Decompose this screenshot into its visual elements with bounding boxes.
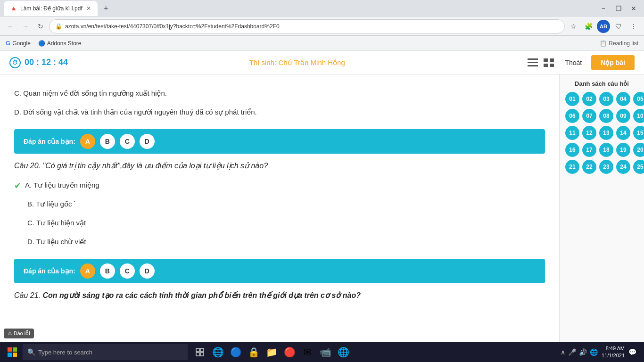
app1-icon[interactable]: 🔴 xyxy=(281,344,298,361)
question-number-24[interactable]: 24 xyxy=(616,160,630,174)
question-number-15[interactable]: 15 xyxy=(633,126,644,140)
question-number-11[interactable]: 11 xyxy=(565,126,579,140)
app2-icon[interactable]: 🌐 xyxy=(335,344,352,361)
extensions-button[interactable]: 🧩 xyxy=(582,20,595,33)
question-number-04[interactable]: 04 xyxy=(616,92,630,106)
question-number-16[interactable]: 16 xyxy=(565,143,579,157)
answer-option-b-q19[interactable]: B xyxy=(100,134,115,149)
new-tab-button[interactable]: + xyxy=(99,2,113,15)
checkmark-icon: ✔ xyxy=(14,181,21,191)
content-area: C. Quan niệm về đời sống tín ngưỡng xuất… xyxy=(0,74,644,343)
question-21-text: Con người sáng tạo ra các cách tính thời… xyxy=(42,291,361,299)
network-icon[interactable]: 🌐 xyxy=(590,348,598,356)
option-b-q20[interactable]: B. Tư liệu gốc ` xyxy=(14,195,545,214)
reading-list-button[interactable]: 📋 Reading list xyxy=(600,40,638,47)
question-number-07[interactable]: 07 xyxy=(582,109,596,123)
question-number-06[interactable]: 06 xyxy=(565,109,579,123)
reload-button[interactable]: ↻ xyxy=(34,20,47,33)
security-icon[interactable]: 🔒 xyxy=(245,344,262,361)
addons-label: Addons Store xyxy=(47,40,82,47)
notification-icon[interactable]: 💬 xyxy=(628,348,636,356)
answer-bar-q19: Đáp án của bạn: A B C D xyxy=(14,129,545,154)
svg-rect-14 xyxy=(200,353,204,356)
option-d-q20[interactable]: D. Tư liệu chữ viết xyxy=(14,232,545,251)
list-view-button[interactable] xyxy=(526,58,539,68)
volume-icon[interactable]: 🔊 xyxy=(579,348,587,356)
question-number-12[interactable]: 12 xyxy=(582,126,596,140)
question-number-02[interactable]: 02 xyxy=(582,92,596,106)
back-button[interactable]: ← xyxy=(4,20,17,33)
question-number-20[interactable]: 20 xyxy=(633,143,644,157)
bookmark-star-button[interactable]: ☆ xyxy=(567,20,580,33)
answer-option-d-q19[interactable]: D xyxy=(140,134,155,149)
question-number-05[interactable]: 05 xyxy=(633,92,644,106)
answer-bar-q20: Đáp án của bạn: A B C D xyxy=(14,259,545,283)
menu-button[interactable]: ⋮ xyxy=(627,20,640,33)
address-bar[interactable]: 🔒 azota.vn/en/test/take-test/4407307/0/f… xyxy=(49,19,565,33)
shield-button[interactable]: 🛡 xyxy=(612,20,625,33)
minimize-button[interactable]: − xyxy=(597,2,610,15)
question-number-01[interactable]: 01 xyxy=(565,92,579,106)
restore-button[interactable]: ❐ xyxy=(612,2,625,15)
question-number-22[interactable]: 22 xyxy=(582,160,596,174)
bookmark-addons[interactable]: 🔵 Addons Store xyxy=(38,40,82,47)
profile-button[interactable]: AB xyxy=(597,20,610,33)
reading-list-label: Reading list xyxy=(609,40,638,47)
bookmark-google[interactable]: G Google xyxy=(6,40,31,47)
question-number-21[interactable]: 21 xyxy=(565,160,579,174)
question-number-17[interactable]: 17 xyxy=(582,143,596,157)
question-number-13[interactable]: 13 xyxy=(599,126,613,140)
svg-rect-9 xyxy=(8,353,12,357)
system-clock[interactable]: 8:49 AM 11/1/2021 xyxy=(602,345,625,360)
edge-browser-icon[interactable]: 🌐 xyxy=(209,344,226,361)
search-placeholder-text: Type here to search xyxy=(38,349,92,356)
grid-view-button[interactable] xyxy=(542,58,555,68)
forward-button[interactable]: → xyxy=(19,20,32,33)
taskbar-right: ∧ 🎤 🔊 🌐 8:49 AM 11/1/2021 💬 xyxy=(561,345,640,360)
submit-button[interactable]: Nộp bài xyxy=(591,55,635,70)
task-view-button[interactable] xyxy=(191,344,208,361)
answer-option-a-q19[interactable]: A xyxy=(80,134,95,149)
option-b-text-q20: B. Tư liệu gốc ` xyxy=(27,198,76,210)
question-number-23[interactable]: 23 xyxy=(599,160,613,174)
files-icon[interactable]: 📁 xyxy=(263,344,280,361)
option-d-text: D. Đời sống vật chất và tinh thần của ng… xyxy=(14,107,257,118)
svg-rect-10 xyxy=(13,353,17,357)
report-error-button[interactable]: ⚠ Báo lỗi xyxy=(4,329,34,338)
answer-option-c-q19[interactable]: C xyxy=(120,134,135,149)
option-c-q20[interactable]: C. Tư liệu hiện vật xyxy=(14,214,545,232)
question-20-text: "Có giá trị tin cậy nhất",đây là ưu điểm… xyxy=(42,162,268,170)
question-number-08[interactable]: 08 xyxy=(599,109,613,123)
mic-icon[interactable]: 🎤 xyxy=(568,348,576,356)
chrome-icon[interactable]: 🔵 xyxy=(227,344,244,361)
tab-close-button[interactable]: ✕ xyxy=(85,4,92,13)
header-actions: Thoát Nộp bài xyxy=(526,55,635,70)
question-number-14[interactable]: 14 xyxy=(616,126,630,140)
taskbar: 🔍 Type here to search 🌐 🔵 🔒 📁 🔴 ✉ 📹 🌐 ∧ … xyxy=(0,342,644,362)
question-number-25[interactable]: 25 xyxy=(633,160,644,174)
answer-option-c-q20[interactable]: C xyxy=(120,263,135,279)
question-number-10[interactable]: 10 xyxy=(633,109,644,123)
answer-option-b-q20[interactable]: B xyxy=(100,263,115,279)
question-number-18[interactable]: 18 xyxy=(599,143,613,157)
window-controls: − ❐ ✕ xyxy=(597,2,640,15)
video-icon[interactable]: 📹 xyxy=(317,344,334,361)
answer-option-a-q20[interactable]: A xyxy=(80,263,95,279)
question-number-03[interactable]: 03 xyxy=(599,92,613,106)
chevron-up-icon[interactable]: ∧ xyxy=(561,348,565,356)
exam-app: ⏱ 00 : 12 : 44 Thí sinh: Chứ Trần Minh H… xyxy=(0,51,644,343)
answer-option-d-q20[interactable]: D xyxy=(140,263,155,279)
browser-tab[interactable]: 🔺 Làm bài: Đề giữa kì I.pdf ✕ xyxy=(4,1,98,16)
close-button[interactable]: ✕ xyxy=(627,2,640,15)
option-a-text-q20: A. Tư liệu truyền miệng xyxy=(25,180,99,191)
svg-rect-7 xyxy=(8,347,12,352)
option-a-q20[interactable]: ✔ A. Tư liệu truyền miệng xyxy=(14,176,545,195)
clock-time: 8:49 AM xyxy=(602,345,625,352)
exit-button[interactable]: Thoát xyxy=(561,57,586,68)
taskbar-search[interactable]: 🔍 Type here to search xyxy=(23,344,188,360)
email-icon[interactable]: ✉ xyxy=(299,344,316,361)
start-button[interactable] xyxy=(4,344,21,361)
view-icons xyxy=(526,58,555,68)
question-number-09[interactable]: 09 xyxy=(616,109,630,123)
question-number-19[interactable]: 19 xyxy=(616,143,630,157)
